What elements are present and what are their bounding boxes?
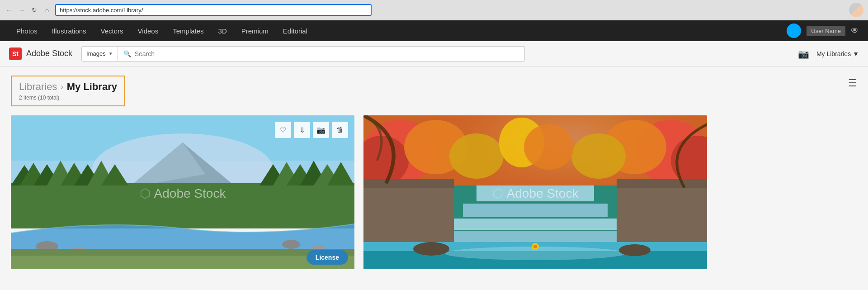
url-bar[interactable]: [55, 4, 372, 16]
adobe-stock-logo: St: [9, 48, 22, 60]
image-toolbar: ♡ ⇓ 📷 🗑: [275, 122, 348, 138]
back-button[interactable]: ←: [5, 5, 14, 14]
browser-right-controls: [849, 3, 863, 17]
home-button[interactable]: ⌂: [42, 5, 52, 14]
image-card-waterfall: ⬡ Adobe Stock: [363, 115, 707, 271]
download-button[interactable]: ⇓: [294, 122, 310, 138]
svg-rect-5: [11, 183, 354, 228]
hamburger-menu-icon[interactable]: ☰: [848, 77, 857, 89]
heart-button[interactable]: ♡: [275, 122, 291, 138]
site-title: Adobe Stock: [26, 49, 72, 58]
eye-icon: 👁: [851, 26, 859, 36]
camera-search-icon[interactable]: 📷: [798, 48, 809, 59]
camera-button[interactable]: 📷: [313, 122, 329, 138]
breadcrumb-separator: ›: [61, 83, 63, 91]
nav-right: User Name 👁: [787, 24, 859, 38]
nav-item-3d[interactable]: 3D: [211, 20, 234, 41]
header-bar: St Adobe Stock Images ▼ 🔍 📷 My Libraries…: [0, 41, 868, 67]
mountain-image: [11, 115, 354, 269]
nav-item-templates[interactable]: Templates: [165, 20, 211, 41]
header-right: 📷 My Libraries ▼: [798, 48, 859, 59]
nav-item-vectors[interactable]: Vectors: [94, 20, 131, 41]
svg-point-36: [571, 133, 626, 179]
reload-button[interactable]: ↻: [30, 5, 39, 14]
svg-point-51: [413, 242, 449, 256]
svg-rect-46: [454, 219, 617, 230]
my-libraries-chevron: ▼: [853, 50, 859, 57]
image-card-mountain: ♡ ⇓ 📷 🗑 ⬡ Adobe Stock License: [11, 115, 354, 271]
svg-point-38: [524, 124, 574, 170]
breadcrumb-path: Libraries › My Library: [19, 81, 117, 93]
search-icon: 🔍: [123, 50, 131, 57]
browser-toolbar: ← → ↻ ⌂: [0, 0, 868, 20]
svg-point-22: [282, 240, 300, 249]
waterfall-image: [363, 115, 707, 269]
image-grid: ♡ ⇓ 📷 🗑 ⬡ Adobe Stock License: [11, 115, 857, 271]
svg-point-54: [533, 245, 537, 248]
main-content: Libraries › My Library 2 items (10 total…: [0, 67, 868, 290]
my-libraries-label: My Libraries: [816, 50, 851, 57]
nav-item-illustrations[interactable]: Illustrations: [45, 20, 94, 41]
search-type-label: Images: [86, 50, 106, 57]
my-libraries-button[interactable]: My Libraries ▼: [816, 50, 859, 57]
breadcrumb-count: 2 items (10 total): [19, 95, 117, 101]
license-button[interactable]: License: [307, 250, 348, 265]
svg-rect-25: [11, 256, 354, 269]
nav-item-videos[interactable]: Videos: [131, 20, 166, 41]
nav-item-photos[interactable]: Photos: [9, 20, 45, 41]
breadcrumb-box: Libraries › My Library 2 items (10 total…: [11, 76, 125, 106]
browser-chrome: ← → ↻ ⌂: [0, 0, 868, 20]
forward-button[interactable]: →: [17, 5, 26, 14]
browser-avatar: [849, 3, 863, 17]
svg-point-32: [449, 133, 504, 179]
nav-user-name[interactable]: User Name: [807, 26, 845, 36]
breadcrumb-section: Libraries › My Library 2 items (10 total…: [11, 76, 857, 106]
trash-button[interactable]: 🗑: [332, 122, 348, 138]
search-input[interactable]: [135, 50, 519, 57]
url-input[interactable]: [60, 7, 367, 14]
nav-avatar[interactable]: [787, 24, 801, 38]
chevron-down-icon: ▼: [108, 51, 113, 56]
breadcrumb-current: My Library: [67, 81, 117, 93]
nav-item-editorial[interactable]: Editorial: [276, 20, 315, 41]
breadcrumb-parent[interactable]: Libraries: [19, 81, 57, 93]
svg-point-52: [619, 244, 651, 256]
search-bar[interactable]: 🔍: [118, 46, 525, 62]
nav-bar: Photos Illustrations Vectors Videos Temp…: [0, 20, 868, 41]
svg-rect-47: [454, 231, 617, 242]
search-type-dropdown[interactable]: Images ▼: [81, 46, 118, 62]
svg-rect-45: [463, 204, 608, 217]
nav-item-premium[interactable]: Premium: [234, 20, 276, 41]
svg-rect-44: [476, 185, 594, 201]
